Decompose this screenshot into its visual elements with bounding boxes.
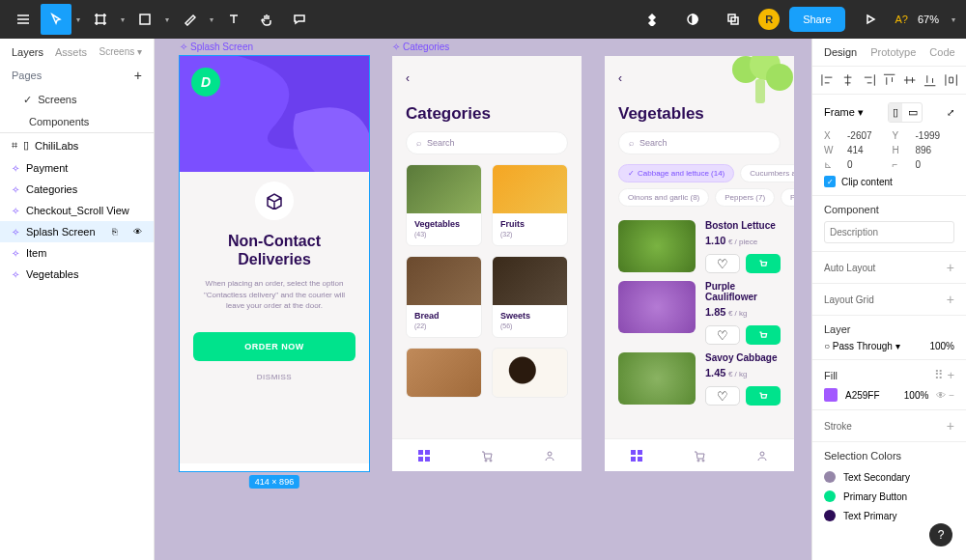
distribute-icon[interactable] bbox=[944, 72, 958, 88]
width[interactable]: 414 bbox=[847, 145, 887, 155]
align-top-icon[interactable] bbox=[882, 72, 896, 88]
auto-layout-row[interactable]: Auto Layout+ bbox=[812, 252, 966, 284]
grid-icon[interactable] bbox=[630, 449, 643, 462]
align-vcenter-icon[interactable] bbox=[902, 72, 917, 88]
cart-icon[interactable] bbox=[480, 449, 494, 462]
user-avatar[interactable]: R bbox=[758, 9, 780, 30]
clip-checkbox[interactable]: ✓ bbox=[824, 176, 836, 187]
share-button[interactable]: Share bbox=[789, 7, 844, 32]
frame-dropdown[interactable]: ▾ bbox=[118, 4, 128, 35]
dismiss-button[interactable]: DISMISS bbox=[193, 373, 355, 381]
favorite-button[interactable]: ♡ bbox=[705, 325, 740, 345]
align-left-icon[interactable] bbox=[820, 72, 835, 88]
frame-label-splash[interactable]: ✧ Splash Screen bbox=[180, 42, 253, 52]
move-tool[interactable] bbox=[41, 4, 71, 35]
tab-assets[interactable]: Assets bbox=[55, 46, 87, 58]
tab-prototype[interactable]: Prototype bbox=[870, 46, 916, 58]
product-row[interactable]: Boston Lettuce 1.10 € / piece ♡ bbox=[618, 220, 781, 273]
add-cart-button[interactable] bbox=[746, 325, 781, 345]
zoom-dropdown[interactable]: ▾ bbox=[949, 4, 958, 35]
position-x[interactable]: -2607 bbox=[847, 130, 887, 141]
fill-hex[interactable]: A259FF bbox=[845, 390, 880, 401]
fill-swatch[interactable] bbox=[824, 388, 838, 402]
rotation[interactable]: 0 bbox=[847, 159, 887, 170]
color-item[interactable]: Text Secondary bbox=[824, 467, 954, 487]
category-card[interactable] bbox=[406, 348, 482, 398]
frame-vegetables[interactable]: ✧ Vegetables ‹ Vegetables ⌕Search ✓ Cabb… bbox=[605, 56, 794, 471]
help-button[interactable]: ? bbox=[929, 523, 952, 546]
category-card[interactable]: Bread(22) bbox=[406, 256, 482, 338]
align-bottom-icon[interactable] bbox=[923, 72, 937, 88]
layer-checkout[interactable]: ✧Checkout_Scroll View bbox=[0, 200, 154, 221]
zoom-level[interactable]: 67% bbox=[918, 14, 939, 25]
hand-tool[interactable] bbox=[251, 4, 282, 35]
page-components[interactable]: Components bbox=[0, 111, 154, 132]
back-icon[interactable]: ‹ bbox=[406, 71, 410, 85]
align-right-icon[interactable] bbox=[862, 72, 876, 88]
color-item[interactable]: Text Primary bbox=[824, 506, 954, 525]
canvas[interactable]: ✧ Splash Screen D Non-Contact Deliveries… bbox=[155, 39, 811, 560]
layer-vegetables[interactable]: ✧Vegetables bbox=[0, 264, 154, 285]
add-cart-button[interactable] bbox=[746, 386, 781, 406]
category-card[interactable]: Vegetables(43) bbox=[406, 164, 482, 246]
resize-icon[interactable]: ⤢ bbox=[947, 107, 954, 118]
fill-opacity[interactable]: 100% bbox=[904, 390, 929, 401]
tab-code[interactable]: Code bbox=[929, 46, 954, 58]
order-button[interactable]: ORDER NOW bbox=[193, 332, 355, 361]
align-hcenter-icon[interactable] bbox=[840, 72, 855, 88]
move-dropdown[interactable]: ▾ bbox=[73, 4, 83, 35]
project-row[interactable]: ⌗ ▯ ChiliLabs bbox=[0, 132, 154, 157]
comment-tool[interactable] bbox=[284, 4, 315, 35]
mask-icon[interactable] bbox=[677, 4, 708, 35]
device-selector[interactable]: ▯▭ bbox=[888, 102, 923, 123]
user-icon[interactable] bbox=[543, 449, 556, 462]
text-tool[interactable] bbox=[218, 4, 249, 35]
category-card[interactable]: Sweets(56) bbox=[492, 256, 568, 338]
missing-fonts-badge[interactable]: A? bbox=[895, 14, 908, 25]
category-card[interactable]: Fruits(32) bbox=[492, 164, 568, 246]
pen-tool[interactable] bbox=[174, 4, 205, 35]
blend-mode[interactable]: ○ Pass Through ▾ bbox=[824, 341, 900, 351]
layer-opacity[interactable]: 100% bbox=[929, 341, 954, 351]
back-icon[interactable]: ‹ bbox=[618, 71, 622, 85]
stroke-row[interactable]: Stroke+ bbox=[812, 410, 966, 442]
position-y[interactable]: -1999 bbox=[916, 130, 955, 141]
filter-chip[interactable]: Cucumbers and tomato bbox=[740, 164, 794, 182]
pages-dropdown[interactable]: Screens ▾ bbox=[99, 46, 142, 58]
search-input[interactable]: ⌕Search bbox=[406, 131, 568, 154]
product-row[interactable]: Purple Cauliflower 1.85 € / kg ♡ bbox=[618, 281, 781, 345]
frame-splash[interactable]: ✧ Splash Screen D Non-Contact Deliveries… bbox=[180, 56, 369, 471]
user-icon[interactable] bbox=[755, 449, 769, 462]
filter-chip[interactable]: Peppers (7) bbox=[715, 188, 775, 207]
shape-dropdown[interactable]: ▾ bbox=[162, 4, 172, 35]
frame-categories[interactable]: ✧ Categories ‹ Categories ⌕Search Vegeta… bbox=[392, 56, 582, 471]
frame-tool[interactable] bbox=[85, 4, 116, 35]
shape-tool[interactable] bbox=[129, 4, 160, 35]
layout-grid-row[interactable]: Layout Grid+ bbox=[812, 284, 966, 316]
layer-splash[interactable]: ✧Splash Screen⎘ 👁 bbox=[0, 221, 154, 242]
grid-icon[interactable] bbox=[417, 449, 431, 462]
tab-design[interactable]: Design bbox=[824, 46, 857, 58]
favorite-button[interactable]: ♡ bbox=[705, 386, 740, 406]
add-cart-button[interactable] bbox=[746, 254, 781, 273]
radius[interactable]: 0 bbox=[916, 159, 955, 170]
filter-chip[interactable]: Potatoes and ca bbox=[781, 188, 794, 207]
description-input[interactable] bbox=[824, 221, 954, 243]
favorite-button[interactable]: ♡ bbox=[705, 254, 740, 273]
layer-item[interactable]: ✧Item bbox=[0, 242, 154, 264]
category-card[interactable] bbox=[492, 348, 568, 398]
filter-chip[interactable]: ✓ Cabbage and lettuce (14) bbox=[618, 164, 734, 182]
cart-icon[interactable] bbox=[693, 449, 706, 462]
layer-payment[interactable]: ✧Payment bbox=[0, 157, 154, 179]
add-page-icon[interactable]: + bbox=[134, 68, 142, 83]
boolean-icon[interactable] bbox=[718, 4, 749, 35]
layer-categories[interactable]: ✧Categories bbox=[0, 179, 154, 200]
pen-dropdown[interactable]: ▾ bbox=[207, 4, 216, 35]
product-row[interactable]: Savoy Cabbage 1.45 € / kg ♡ bbox=[618, 352, 781, 406]
present-icon[interactable] bbox=[855, 4, 886, 35]
search-input[interactable]: ⌕Search bbox=[618, 131, 781, 154]
height[interactable]: 896 bbox=[916, 145, 955, 155]
page-screens[interactable]: ✓ Screens bbox=[0, 89, 154, 111]
color-item[interactable]: Primary Button bbox=[824, 487, 954, 506]
tab-layers[interactable]: Layers bbox=[12, 46, 43, 58]
